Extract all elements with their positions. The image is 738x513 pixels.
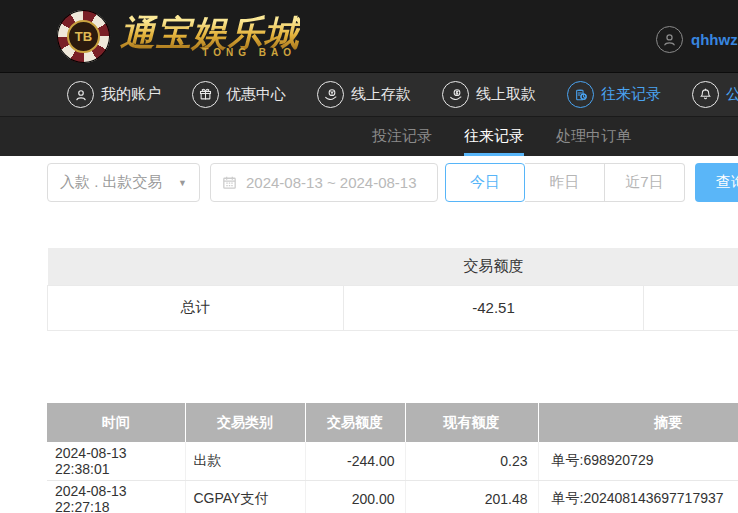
summary-total-row: 总计 -42.51: [48, 285, 738, 330]
summary-header-empty: [48, 248, 344, 285]
content-area: 入款 . 出款交易 ▼ 2024-08-13 ~ 2024-08-13 今日 昨…: [0, 156, 738, 513]
summary-table: 交易额度 总计 -42.51: [47, 248, 738, 331]
nav-label: 我的账户: [101, 85, 161, 104]
logo-text: 通宝娱乐城 TONG BAO: [120, 15, 300, 59]
nav-label: 往来记录: [601, 85, 661, 104]
nav-item-records[interactable]: 往来记录: [567, 81, 661, 108]
tab-label: 投注记录: [372, 127, 432, 146]
cell-amount: 200.00: [305, 480, 405, 513]
main-nav: 我的账户 优惠中心 线上存款: [0, 72, 738, 116]
user-icon: [67, 81, 94, 108]
tab-processing-orders[interactable]: 处理中订单: [556, 117, 631, 156]
user-account[interactable]: qhhwz: [656, 26, 738, 53]
records-header-row: 时间 交易类别 交易额度 现有额度 摘要: [47, 403, 738, 442]
transaction-type-select[interactable]: 入款 . 出款交易 ▼: [47, 163, 200, 202]
summary-total-label: 总计: [48, 285, 344, 330]
nav-label: 线上取款: [476, 85, 536, 104]
cell-amount: -244.00: [305, 442, 405, 480]
quick-range-group: 今日 昨日 近7日: [445, 163, 685, 202]
chip-monogram: TB: [67, 20, 100, 53]
top-bar: TB 通宝娱乐城 TONG BAO qhhwz: [0, 0, 738, 72]
summary-header-row: 交易额度: [48, 248, 738, 285]
cell-balance: 0.23: [405, 442, 538, 480]
tab-label: 处理中订单: [556, 127, 631, 146]
site-logo[interactable]: TB 通宝娱乐城 TONG BAO: [57, 10, 300, 63]
col-type: 交易类别: [185, 403, 305, 442]
last7days-button[interactable]: 近7日: [605, 163, 685, 202]
cell-time: 2024-08-13 22:38:01: [47, 442, 185, 480]
search-button[interactable]: 查询: [695, 163, 738, 202]
tab-transaction-records[interactable]: 往来记录: [464, 117, 524, 156]
casino-chip-icon: TB: [57, 10, 110, 63]
cell-type: CGPAY支付: [185, 480, 305, 513]
nav-item-promotions[interactable]: 优惠中心: [192, 81, 286, 108]
col-time: 时间: [47, 403, 185, 442]
cell-time: 2024-08-13 22:27:18: [47, 480, 185, 513]
summary-header-amount: 交易额度: [344, 248, 644, 285]
cell-summary: 单号:698920729: [538, 442, 738, 480]
tab-label: 往来记录: [464, 127, 524, 146]
chevron-down-icon: ▼: [178, 178, 187, 188]
cell-balance: 201.48: [405, 480, 538, 513]
col-summary: 摘要: [538, 403, 738, 442]
col-amount: 交易额度: [305, 403, 405, 442]
select-value: 入款 . 出款交易: [60, 173, 163, 192]
gift-icon: [192, 81, 219, 108]
summary-header-empty: [644, 248, 738, 285]
cell-type: 出款: [185, 442, 305, 480]
logo-subtitle: TONG BAO: [120, 47, 300, 58]
table-row: 2024-08-13 22:27:18 CGPAY支付 200.00 201.4…: [47, 480, 738, 513]
nav-label: 线上存款: [351, 85, 411, 104]
deposit-icon: [317, 81, 344, 108]
records-table: 时间 交易类别 交易额度 现有额度 摘要 2024-08-13 22:38:01…: [47, 403, 738, 513]
date-range-input[interactable]: 2024-08-13 ~ 2024-08-13: [210, 163, 438, 202]
today-button[interactable]: 今日: [445, 163, 525, 202]
nav-label: 公告: [726, 85, 738, 104]
summary-empty-cell: [644, 285, 738, 330]
transaction-records-page: TB 通宝娱乐城 TONG BAO qhhwz 我的账户: [0, 0, 738, 513]
col-balance: 现有额度: [405, 403, 538, 442]
date-range-value: 2024-08-13 ~ 2024-08-13: [246, 174, 417, 191]
summary-total-value: -42.51: [344, 285, 644, 330]
calendar-icon: [221, 174, 238, 191]
nav-item-announcements[interactable]: 公告: [692, 81, 738, 108]
username: qhhwz: [691, 31, 738, 48]
sub-tab-bar: 投注记录 往来记录 处理中订单: [0, 116, 738, 156]
nav-label: 优惠中心: [226, 85, 286, 104]
nav-item-withdraw[interactable]: 线上取款: [442, 81, 536, 108]
logo-title: 通宝娱乐城: [120, 15, 300, 52]
filter-row: 入款 . 出款交易 ▼ 2024-08-13 ~ 2024-08-13 今日 昨…: [47, 163, 738, 202]
cell-summary: 单号:202408143697717937: [538, 480, 738, 513]
withdraw-icon: [442, 81, 469, 108]
nav-item-deposit[interactable]: 线上存款: [317, 81, 411, 108]
yesterday-button[interactable]: 昨日: [525, 163, 605, 202]
records-icon: [567, 81, 594, 108]
nav-item-my-account[interactable]: 我的账户: [67, 81, 161, 108]
avatar-icon: [656, 26, 683, 53]
bell-icon: [692, 81, 719, 108]
table-row: 2024-08-13 22:38:01 出款 -244.00 0.23 单号:6…: [47, 442, 738, 480]
tab-betting-records[interactable]: 投注记录: [372, 117, 432, 156]
